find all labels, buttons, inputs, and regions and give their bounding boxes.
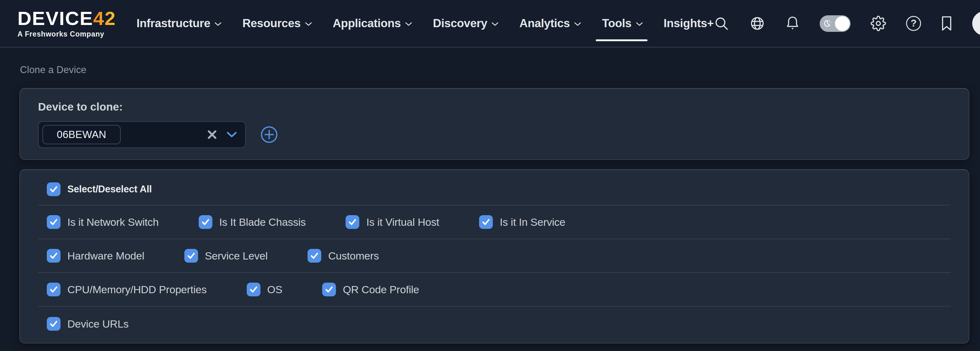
device-to-clone-panel: Device to clone: 06BEWAN — [19, 88, 969, 160]
options-row-4: Device URLs — [38, 307, 951, 343]
checkbox-cpu-memory-hdd-properties[interactable] — [47, 282, 60, 296]
chevron-down-icon — [405, 22, 412, 26]
dark-mode-toggle[interactable] — [820, 15, 851, 32]
is-it-blade-chassis-option[interactable]: Is It Blade Chassis — [199, 215, 306, 229]
chevron-down-icon — [491, 22, 499, 26]
clone-options-panel: Select/Deselect All Is it Network Switch… — [19, 169, 969, 343]
checkmark-icon — [200, 217, 210, 227]
bell-icon[interactable] — [785, 16, 800, 31]
menu-applications[interactable]: Applications — [333, 17, 412, 30]
selected-device-name: 06BEWAN — [57, 129, 107, 140]
avatar[interactable]: A — [972, 11, 980, 36]
checkmark-icon — [309, 251, 320, 261]
checkmark-icon — [324, 284, 334, 295]
chevron-down-icon — [214, 22, 222, 26]
checkmark-icon — [49, 184, 59, 194]
checkmark-icon — [481, 217, 491, 227]
chevron-down-icon — [305, 22, 312, 26]
checkbox-device-urls[interactable] — [47, 317, 60, 331]
service-level-option[interactable]: Service Level — [185, 249, 268, 263]
navbar-actions: ? A — [714, 11, 980, 36]
device-urls-option[interactable]: Device URLs — [47, 317, 129, 331]
toggle-knob[interactable] — [835, 16, 850, 31]
checkmark-icon — [49, 217, 59, 227]
checkbox-customers[interactable] — [307, 249, 321, 263]
options-row-1: Is it Network Switch Is It Blade Chassis… — [38, 206, 951, 239]
search-icon[interactable] — [714, 16, 729, 31]
menu-infrastructure[interactable]: Infrastructure — [137, 17, 222, 30]
checkbox-is-it-in-service[interactable] — [479, 215, 493, 229]
checkbox-os[interactable] — [247, 282, 261, 296]
logo-tagline: A Freshworks Company — [18, 30, 116, 38]
device-select[interactable]: 06BEWAN — [38, 121, 246, 148]
checkmark-icon — [186, 251, 196, 261]
checkbox-is-it-virtual-host[interactable] — [345, 215, 359, 229]
checkbox-service-level[interactable] — [185, 249, 198, 263]
help-icon[interactable]: ? — [906, 16, 921, 31]
checkmark-icon — [248, 284, 259, 295]
add-device-button[interactable] — [260, 126, 278, 144]
os-option[interactable]: OS — [247, 282, 283, 296]
options-row-3: CPU/Memory/HDD Properties OS QR Code Pro… — [38, 273, 951, 307]
customers-option[interactable]: Customers — [307, 249, 379, 263]
device-select-row: 06BEWAN — [38, 121, 951, 148]
checkmark-icon — [347, 217, 358, 227]
menu-tools[interactable]: Tools — [602, 17, 643, 30]
gear-icon[interactable] — [870, 16, 886, 31]
moon-stars-icon — [822, 18, 833, 29]
checkbox-select-deselect-all[interactable] — [47, 182, 60, 196]
cpu-memory-hdd-properties-option[interactable]: CPU/Memory/HDD Properties — [47, 282, 207, 296]
options-row-2: Hardware Model Service Level Customers — [38, 239, 951, 273]
checkbox-is-it-blade-chassis[interactable] — [199, 215, 212, 229]
menu-insights-plus[interactable]: Insights+ — [664, 17, 714, 30]
select-chevron-down-icon[interactable] — [226, 131, 237, 138]
bookmark-icon[interactable] — [941, 16, 952, 31]
chevron-down-icon — [636, 22, 643, 26]
select-all-row: Select/Deselect All — [38, 170, 951, 206]
is-it-in-service-option[interactable]: Is it In Service — [479, 215, 565, 229]
menu-discovery[interactable]: Discovery — [433, 17, 499, 30]
device-to-clone-label: Device to clone: — [38, 101, 951, 113]
checkbox-qr-code-profile[interactable] — [322, 282, 336, 296]
hardware-model-option[interactable]: Hardware Model — [47, 249, 145, 263]
chevron-down-icon — [574, 22, 581, 26]
page-title: Clone a Device — [20, 64, 980, 76]
checkbox-is-it-network-switch[interactable] — [47, 215, 60, 229]
logo-wordmark: DEVICE42 — [18, 9, 116, 28]
device42-logo[interactable]: DEVICE42 A Freshworks Company — [18, 9, 116, 38]
checkmark-icon — [49, 251, 59, 261]
select-deselect-all-option[interactable]: Select/Deselect All — [47, 182, 152, 196]
menu-resources[interactable]: Resources — [242, 17, 312, 30]
top-navbar: DEVICE42 A Freshworks Company Infrastruc… — [0, 0, 980, 48]
is-it-virtual-host-option[interactable]: Is it Virtual Host — [345, 215, 439, 229]
is-it-network-switch-option[interactable]: Is it Network Switch — [47, 215, 159, 229]
selected-device-chip[interactable]: 06BEWAN — [43, 125, 121, 144]
menu-analytics[interactable]: Analytics — [519, 17, 581, 30]
qr-code-profile-option[interactable]: QR Code Profile — [322, 282, 419, 296]
checkbox-hardware-model[interactable] — [47, 249, 60, 263]
clear-selection-icon[interactable] — [207, 129, 217, 140]
checkmark-icon — [49, 319, 59, 329]
main-menu: Infrastructure Resources Applications Di… — [137, 17, 714, 30]
checkmark-icon — [49, 284, 59, 295]
globe-icon[interactable] — [749, 15, 765, 32]
question-mark-glyph: ? — [906, 16, 921, 31]
